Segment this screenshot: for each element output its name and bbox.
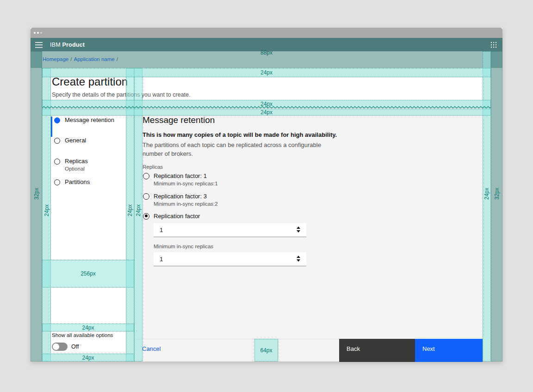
app-header: IBM Product	[31, 38, 502, 51]
replicas-group-label: Replicas	[143, 164, 163, 170]
window-dot-icon	[40, 32, 42, 34]
step-incomplete-icon	[54, 138, 60, 144]
step-sublabel: Optional	[65, 166, 85, 172]
app-brand: IBM Product	[50, 42, 85, 48]
step-item-general[interactable]: General	[51, 137, 126, 157]
radio-helper-text: Minimum in-sync replicas:2	[154, 201, 218, 207]
window-dot-icon	[37, 32, 39, 34]
browser-window: IBM Product Homepage/Application name/ C…	[31, 28, 502, 361]
wizard-footer: Cancel Back Next	[134, 339, 483, 361]
cancel-button[interactable]: Cancel	[142, 345, 161, 352]
breadcrumb-link-application[interactable]: Application name	[74, 56, 114, 62]
radio-label: Replication factor	[154, 213, 200, 220]
radio-label: Replication factor: 1	[154, 172, 207, 179]
radio-unselected-icon	[143, 193, 149, 200]
min-in-sync-label: Minimum in-sync replicas	[154, 244, 213, 249]
breadcrumb: Homepage/Application name/	[43, 56, 120, 62]
step-label: Message retention	[65, 116, 114, 123]
increment-icon[interactable]	[297, 227, 300, 229]
min-in-sync-number-input	[154, 252, 306, 266]
section-description: The partitions of each topic can be repl…	[143, 141, 321, 158]
breadcrumb-separator: /	[117, 56, 118, 62]
radio-helper-text: Minimum in-sync replicas:1	[154, 181, 218, 186]
number-stepper[interactable]	[297, 227, 300, 233]
step-item-message-retention[interactable]: Message retention	[51, 116, 126, 137]
radio-selected-icon	[143, 213, 149, 220]
window-dot-icon	[34, 32, 36, 34]
decrement-icon[interactable]	[297, 230, 300, 233]
window-titlebar	[31, 28, 502, 38]
min-in-sync-value-input[interactable]	[154, 252, 283, 266]
menu-icon[interactable]	[35, 42, 43, 50]
radio-replication-factor-3[interactable]: Replication factor: 3	[143, 193, 207, 200]
back-button[interactable]: Back	[339, 339, 415, 362]
progress-sidebar: Message retention General Replicas Optio…	[51, 116, 126, 354]
app-switcher-icon[interactable]	[490, 42, 497, 50]
description-line: number of brokers.	[143, 149, 321, 158]
breadcrumb-separator: /	[70, 56, 72, 62]
toggle-knob	[53, 343, 59, 350]
step-label: Partitions	[65, 178, 90, 185]
replication-factor-value-input[interactable]	[154, 223, 283, 237]
window-controls	[34, 32, 42, 34]
step-label: General	[65, 137, 86, 144]
show-options-toggle[interactable]	[52, 343, 68, 351]
page-subtitle: Specify the details of the partitions yo…	[52, 92, 190, 98]
step-item-partitions[interactable]: Partitions	[51, 178, 126, 199]
step-current-icon	[54, 117, 60, 123]
page-title: Create partition	[52, 75, 128, 88]
description-line: The partitions of each topic can be repl…	[143, 141, 321, 149]
step-incomplete-icon	[54, 159, 60, 165]
radio-replication-factor-custom[interactable]: Replication factor	[143, 213, 200, 220]
radio-label: Replication factor: 3	[154, 193, 207, 200]
toggle-label: Show all available options	[52, 332, 113, 338]
number-stepper[interactable]	[297, 256, 300, 262]
step-incomplete-icon	[54, 179, 60, 185]
toggle-state-label: Off	[71, 343, 79, 350]
radio-unselected-icon	[143, 173, 149, 179]
next-button[interactable]: Next	[415, 339, 483, 362]
section-emphasis-text: This is how many copies of a topic will …	[143, 131, 337, 138]
radio-replication-factor-1[interactable]: Replication factor: 1	[143, 172, 207, 179]
view-options-section: Show all available options Off	[51, 331, 126, 354]
breadcrumb-row: Homepage/Application name/	[31, 51, 502, 68]
section-heading: Message retention	[143, 115, 215, 125]
increment-icon[interactable]	[297, 256, 300, 258]
step-label: Replicas	[65, 158, 88, 165]
breadcrumb-link-homepage[interactable]: Homepage	[43, 56, 68, 62]
brand-name: Product	[62, 42, 85, 48]
decrement-icon[interactable]	[297, 259, 300, 262]
replication-factor-number-input	[154, 223, 306, 237]
brand-prefix: IBM	[50, 42, 61, 48]
step-item-replicas[interactable]: Replicas Optional	[51, 158, 126, 178]
